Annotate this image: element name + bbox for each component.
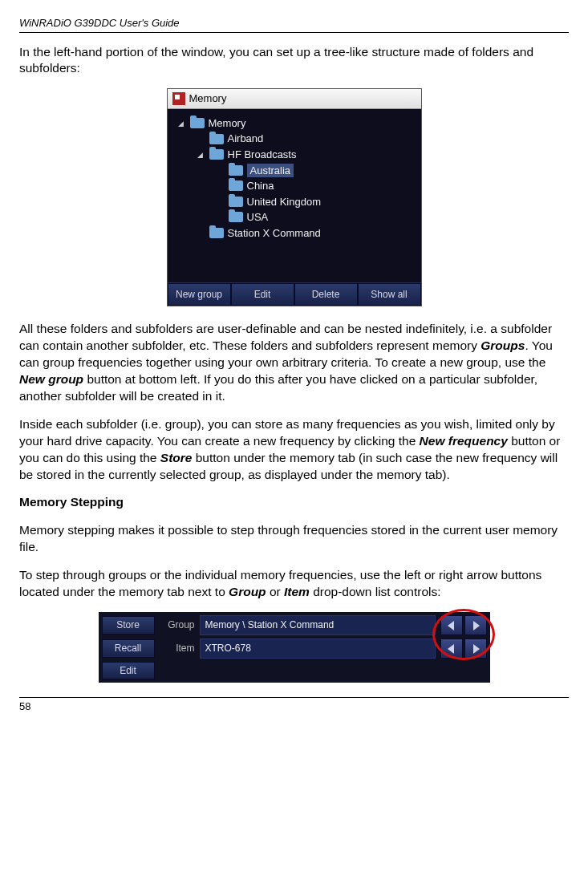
folder-icon [209, 134, 224, 144]
expand-toggle-icon[interactable]: ◢ [197, 151, 204, 158]
expand-toggle-icon[interactable]: ◢ [177, 120, 185, 127]
tree-item-airband[interactable]: Airband [179, 131, 416, 147]
stepper-row-edit: Edit [102, 662, 487, 679]
tree-label: Airband [228, 132, 264, 146]
memory-tree: ◢ Memory Airband ◢ HF Broadcasts Austral… [168, 109, 421, 282]
term-new-group: New group [19, 372, 83, 386]
tree-label: USA [247, 210, 269, 225]
folder-icon [209, 228, 224, 238]
item-field[interactable]: XTRO-678 [200, 639, 436, 658]
delete-button[interactable]: Delete [294, 283, 358, 306]
tree-label: Station X Command [228, 226, 321, 241]
folder-icon [229, 180, 243, 191]
tree-label: United Kingdom [247, 195, 322, 209]
new-group-button[interactable]: New group [168, 283, 231, 306]
tree-label: Memory [209, 116, 246, 131]
chevron-left-icon [448, 644, 456, 654]
tree-item-australia[interactable]: Australia [179, 163, 416, 179]
group-next-button[interactable] [464, 615, 487, 635]
app-icon [172, 92, 185, 105]
group-arrow-group [440, 615, 487, 635]
item-arrow-group [440, 639, 487, 659]
tree-item-uk[interactable]: United Kingdom [179, 194, 416, 210]
show-all-button[interactable]: Show all [358, 283, 421, 306]
figure-memory-tree: Memory ◢ Memory Airband ◢ HF Broadcasts … [19, 88, 569, 306]
recall-button[interactable]: Recall [102, 639, 155, 657]
chevron-right-icon [472, 621, 480, 630]
svg-marker-2 [448, 644, 454, 654]
item-prev-button[interactable] [440, 639, 463, 659]
figure-stepper: Store Group Memory \ Station X Command R… [19, 612, 569, 683]
stepper-panel: Store Group Memory \ Station X Command R… [99, 612, 490, 683]
chevron-left-icon [448, 621, 456, 630]
paragraph-stepping-how: To step through groups or the individual… [19, 567, 569, 601]
tree-label-selected: Australia [247, 164, 294, 178]
folder-icon [229, 197, 243, 207]
svg-marker-3 [473, 644, 480, 654]
edit-button[interactable]: Edit [231, 283, 294, 306]
item-label: Item [160, 642, 195, 655]
tree-root[interactable]: ◢ Memory [179, 116, 416, 132]
paragraph-stepping-intro: Memory stepping makes it possible to ste… [19, 522, 569, 556]
svg-marker-1 [473, 621, 480, 630]
stepper-row-group: Store Group Memory \ Station X Command [102, 615, 487, 635]
memory-window-titlebar: Memory [168, 89, 421, 109]
group-label: Group [160, 618, 195, 631]
paragraph-freq: Inside each subfolder (i.e. group), you … [19, 416, 569, 484]
folder-icon [229, 212, 243, 222]
paragraph-intro: In the left-hand portion of the window, … [19, 44, 569, 78]
folder-icon [209, 149, 224, 160]
edit-button-2[interactable]: Edit [102, 662, 155, 679]
svg-marker-0 [448, 621, 454, 630]
term-store: Store [160, 451, 193, 464]
folder-icon [190, 118, 205, 128]
group-field[interactable]: Memory \ Station X Command [200, 615, 436, 634]
memory-window-title: Memory [189, 91, 227, 106]
term-groups: Groups [481, 339, 525, 352]
memory-button-bar: New group Edit Delete Show all [168, 282, 421, 306]
text-span: All these folders and subfolders are use… [19, 322, 552, 352]
tree-label: China [247, 179, 274, 193]
group-prev-button[interactable] [440, 615, 463, 635]
chevron-right-icon [472, 644, 480, 654]
page-number: 58 [19, 700, 30, 712]
term-group: Group [229, 585, 266, 598]
text-span: button at bottom left. If you do this af… [19, 372, 537, 403]
tree-item-stationx[interactable]: Station X Command [179, 225, 416, 241]
term-new-frequency: New frequency [420, 434, 508, 448]
page-footer: 58 [19, 697, 569, 714]
folder-icon [229, 165, 243, 176]
tree-item-usa[interactable]: USA [179, 209, 416, 225]
item-next-button[interactable] [464, 639, 487, 659]
store-button[interactable]: Store [102, 616, 155, 634]
tree-item-china[interactable]: China [179, 178, 416, 194]
paragraph-groups: All these folders and subfolders are use… [19, 321, 569, 405]
document-header: WiNRADiO G39DDC User's Guide [19, 16, 569, 33]
memory-window: Memory ◢ Memory Airband ◢ HF Broadcasts … [167, 88, 422, 306]
tree-item-hf[interactable]: ◢ HF Broadcasts [179, 147, 416, 163]
text-span: or [266, 585, 284, 598]
tree-label: HF Broadcasts [228, 148, 297, 162]
stepper-row-item: Recall Item XTRO-678 [102, 639, 487, 659]
heading-memory-stepping: Memory Stepping [19, 494, 569, 511]
text-span: drop-down list controls: [310, 585, 441, 598]
term-item: Item [284, 585, 310, 598]
